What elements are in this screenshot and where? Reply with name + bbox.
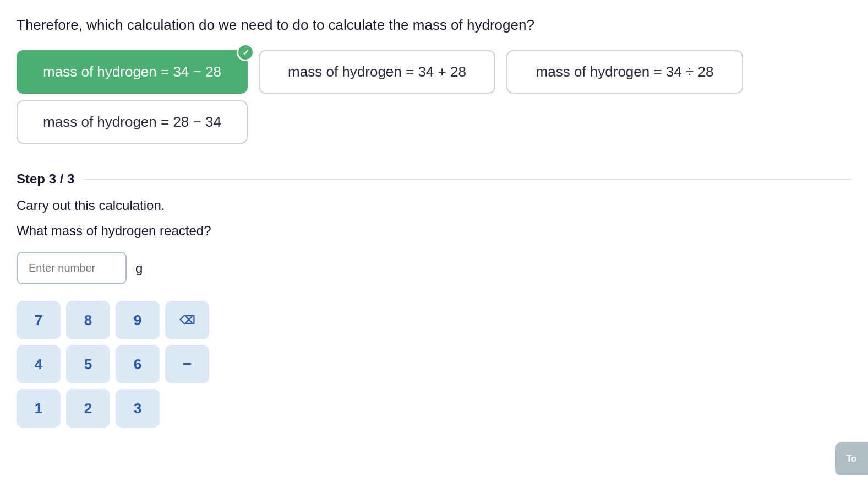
options-grid: ✓ mass of hydrogen = 34 − 28 mass of hyd… [17,50,851,144]
option-card-4[interactable]: mass of hydrogen = 28 − 34 [17,100,248,144]
keypad: 7 8 9 ⌫ 4 5 6 − 1 2 3 [17,301,209,428]
option-card-1[interactable]: ✓ mass of hydrogen = 34 − 28 [17,50,248,94]
option-label-1: mass of hydrogen = 34 − 28 [43,63,221,80]
number-input[interactable] [17,252,127,284]
option-card-3[interactable]: mass of hydrogen = 34 ÷ 28 [506,50,743,94]
key-4[interactable]: 4 [17,345,61,383]
option-label-3: mass of hydrogen = 34 ÷ 28 [536,63,714,80]
step-label: Step 3 / 3 [17,171,74,187]
option-label-4: mass of hydrogen = 28 − 34 [43,113,221,131]
check-badge: ✓ [237,44,254,61]
key-3[interactable]: 3 [116,389,160,428]
input-row: g [17,252,851,284]
key-6[interactable]: 6 [116,345,160,383]
key-backspace[interactable]: ⌫ [165,301,209,339]
question-text: Therefore, which calculation do we need … [17,17,851,34]
key-1[interactable]: 1 [17,389,61,428]
to-button[interactable]: To [835,442,868,475]
step-instruction: Carry out this calculation. [17,198,851,213]
option-label-2: mass of hydrogen = 34 + 28 [288,63,466,80]
key-8[interactable]: 8 [66,301,110,339]
step-divider: Step 3 / 3 [17,171,851,187]
step-question: What mass of hydrogen reacted? [17,223,851,239]
options-row-1: ✓ mass of hydrogen = 34 − 28 mass of hyd… [17,50,851,94]
unit-label: g [135,261,143,276]
key-7[interactable]: 7 [17,301,61,339]
key-minus[interactable]: − [165,345,209,383]
key-5[interactable]: 5 [66,345,110,383]
key-2[interactable]: 2 [66,389,110,428]
option-card-2[interactable]: mass of hydrogen = 34 + 28 [259,50,495,94]
divider-line [83,179,851,180]
to-button-label: To [847,454,856,464]
backspace-icon: ⌫ [179,313,195,327]
key-9[interactable]: 9 [116,301,160,339]
options-row-2: mass of hydrogen = 28 − 34 [17,100,851,144]
